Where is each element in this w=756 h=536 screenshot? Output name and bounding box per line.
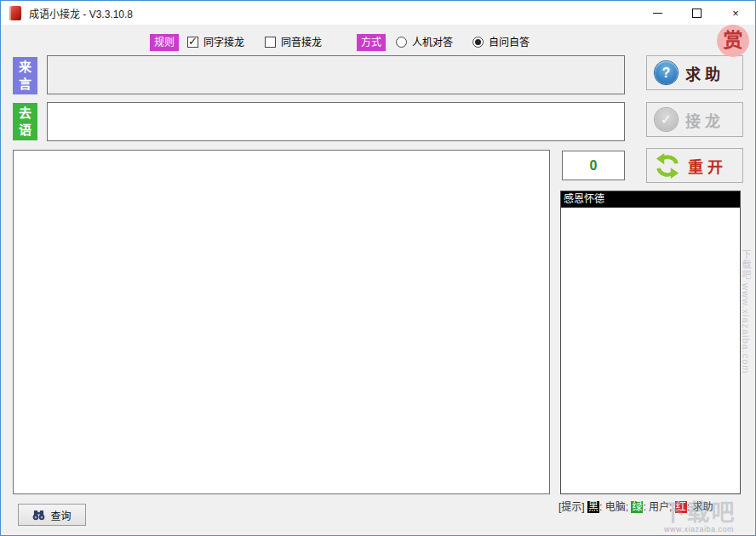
outgoing-input[interactable] [47, 102, 625, 141]
self-qa-radio[interactable] [472, 37, 484, 48]
human-machine-label[interactable]: 人机对答 [412, 37, 453, 48]
app-window: 成语小接龙 - V3.3.10.8 × 规则 同字接龙 同音接龙 方式 人机对答… [0, 0, 756, 536]
titlebar: 成语小接龙 - V3.3.10.8 × [1, 1, 755, 25]
app-icon [9, 6, 21, 20]
window-title: 成语小接龙 - V3.3.10.8 [29, 6, 133, 20]
chain-button[interactable]: ✓ 接 龙 [646, 102, 743, 137]
outgoing-label: 去语 [13, 103, 37, 140]
help-button-label: 求 助 [685, 62, 720, 84]
watermark-side: 下载吧 www.xiazaiba.com [739, 249, 753, 374]
word-listbox[interactable]: 感恩怀德 [560, 191, 741, 494]
same-sound-label[interactable]: 同音接龙 [281, 37, 322, 48]
black-chip: 黑 [587, 501, 599, 513]
incoming-input[interactable] [47, 55, 625, 94]
self-qa-label[interactable]: 自问自答 [489, 37, 530, 48]
maximize-icon [692, 9, 702, 18]
status-legend: [提示] 黑: 电脑; 绿: 用户; 红: 求助 [558, 500, 713, 514]
query-button-label: 查询 [50, 508, 71, 522]
history-textarea[interactable] [13, 150, 550, 494]
human-machine-radio[interactable] [396, 37, 407, 48]
rule-tag: 规则 [150, 34, 179, 51]
minimize-button[interactable] [638, 1, 677, 25]
chain-button-label: 接 龙 [685, 109, 720, 131]
restart-button[interactable]: 重 开 [646, 148, 743, 183]
maximize-button[interactable] [677, 1, 716, 25]
reward-stamp-icon: 赏 [717, 25, 749, 57]
list-item[interactable]: 感恩怀德 [561, 191, 740, 208]
binoculars-icon [32, 510, 45, 521]
help-button[interactable]: ? 求 助 [646, 55, 743, 90]
query-button[interactable]: 查询 [18, 504, 86, 526]
check-icon: ✓ [655, 108, 678, 131]
close-button[interactable]: × [716, 1, 755, 25]
restart-button-label: 重 开 [688, 155, 723, 177]
green-chip: 绿 [631, 501, 643, 513]
same-sound-checkbox[interactable] [265, 37, 276, 48]
minimize-icon [653, 13, 662, 14]
mode-tag: 方式 [357, 34, 386, 51]
red-chip: 红 [675, 501, 687, 513]
recycle-icon [655, 153, 680, 179]
same-char-label[interactable]: 同字接龙 [203, 37, 244, 48]
incoming-label: 来言 [13, 57, 37, 94]
chain-counter: 0 [562, 151, 625, 180]
same-char-checkbox[interactable] [187, 37, 198, 48]
question-icon: ? [655, 61, 678, 84]
